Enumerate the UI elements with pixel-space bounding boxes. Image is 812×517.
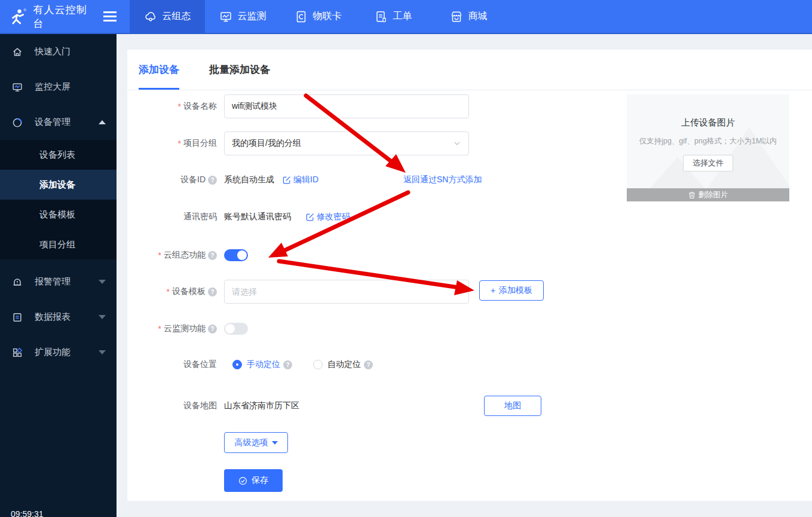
sidebar-item-device-list[interactable]: 设备列表 bbox=[0, 140, 117, 170]
delete-image-button[interactable]: 删除图片 bbox=[627, 188, 789, 201]
form-row-project-group: * 项目分组 我的项目/我的分组 bbox=[127, 131, 469, 155]
sidebar: 快速入门 监控大屏 设备管理 设备列表 添加设备 设备模板 项目分组 报警管 bbox=[0, 34, 117, 517]
nav-label: 云监测 bbox=[238, 10, 266, 23]
extensions-grid-icon bbox=[12, 347, 23, 358]
tabbar: 添加设备 批量添加设备 bbox=[127, 50, 812, 90]
sidebar-label: 数据报表 bbox=[35, 311, 71, 323]
help-icon[interactable]: ? bbox=[364, 360, 373, 369]
required-asterisk: * bbox=[178, 102, 181, 111]
nav-item-cloud-monitor[interactable]: 云监测 bbox=[205, 0, 280, 33]
upload-title: 上传设备图片 bbox=[627, 117, 789, 129]
nav-label: 物联卡 bbox=[313, 10, 342, 23]
required-asterisk: * bbox=[178, 139, 181, 148]
nav-label: 商城 bbox=[468, 10, 488, 23]
help-icon[interactable]: ? bbox=[283, 360, 292, 369]
chevron-down-icon bbox=[99, 315, 106, 319]
monitor-toggle[interactable] bbox=[224, 323, 248, 335]
save-button[interactable]: 保存 bbox=[224, 469, 283, 492]
sidebar-item-data-report[interactable]: 数据报表 bbox=[0, 299, 117, 335]
sidebar-item-project-group[interactable]: 项目分组 bbox=[0, 230, 117, 259]
menu-icon[interactable] bbox=[103, 16, 117, 17]
sidebar-item-big-screen[interactable]: 监控大屏 bbox=[0, 69, 117, 105]
help-icon[interactable]: ? bbox=[208, 176, 217, 185]
nav-item-work-order[interactable]: 工单 bbox=[356, 0, 431, 33]
radio-manual-location[interactable] bbox=[232, 360, 242, 369]
chevron-up-icon bbox=[99, 120, 106, 124]
nav-item-mall[interactable]: 商城 bbox=[431, 0, 506, 33]
mall-icon bbox=[450, 10, 463, 23]
form-row-device-map: 设备地图 山东省济南市历下区 bbox=[127, 400, 299, 412]
upload-hint: 仅支持jpg、gif、png格式；大小为1M以内 bbox=[627, 136, 789, 146]
chevron-down-icon bbox=[453, 139, 461, 148]
sidebar-label: 设备管理 bbox=[35, 117, 71, 128]
chevron-down-icon bbox=[99, 350, 106, 354]
form-row-device-id: 设备ID ? 系统自动生成 编辑ID 返回通过SN方式添加 bbox=[127, 174, 482, 186]
device-id-label: 设备ID ? bbox=[127, 175, 217, 185]
project-group-label: * 项目分组 bbox=[127, 138, 217, 149]
chevron-down-icon bbox=[99, 280, 106, 284]
help-icon[interactable]: ? bbox=[208, 325, 217, 334]
project-group-select[interactable]: 我的项目/我的分组 bbox=[224, 131, 469, 155]
manual-location-label[interactable]: 手动定位 bbox=[247, 359, 280, 370]
map-button[interactable]: 地图 bbox=[484, 396, 541, 416]
form-row-device-location: 设备位置 手动定位 ? 自动定位 ? bbox=[127, 358, 373, 371]
sidebar-item-extensions[interactable]: 扩展功能 bbox=[0, 335, 117, 370]
device-manage-submenu: 设备列表 添加设备 设备模板 项目分组 bbox=[0, 140, 117, 259]
cloud-monitor-icon bbox=[219, 10, 232, 23]
chevron-down-icon bbox=[272, 441, 278, 445]
tab-batch-add-device[interactable]: 批量添加设备 bbox=[209, 50, 270, 90]
form-row-monitor-switch: * 云监测功能 ? bbox=[127, 322, 248, 335]
form-row-device-name: * 设备名称 bbox=[127, 94, 469, 118]
work-order-icon bbox=[375, 10, 388, 23]
help-icon[interactable]: ? bbox=[208, 287, 217, 296]
nav-item-iot-card[interactable]: 物联卡 bbox=[280, 0, 356, 33]
brand-title: 有人云控制台 bbox=[33, 3, 96, 30]
comm-password-value: 账号默认通讯密码 bbox=[224, 212, 291, 222]
form-row-comm-password: 通讯密码 账号默认通讯密码 修改密码 bbox=[127, 211, 350, 223]
radio-auto-location[interactable] bbox=[313, 360, 323, 369]
big-screen-icon bbox=[12, 82, 23, 93]
device-name-input[interactable] bbox=[224, 94, 469, 118]
report-icon bbox=[12, 312, 23, 323]
advanced-options-button[interactable]: 高级选项 bbox=[224, 432, 288, 453]
edit-icon bbox=[283, 176, 291, 184]
sidebar-label: 报警管理 bbox=[35, 276, 71, 287]
device-id-value: 系统自动生成 bbox=[224, 175, 274, 185]
cloud-scada-icon bbox=[144, 10, 157, 23]
brand[interactable]: 有人云控制台 bbox=[0, 0, 117, 33]
sidebar-item-device-template[interactable]: 设备模板 bbox=[0, 200, 117, 230]
choose-file-button[interactable]: 选择文件 bbox=[683, 155, 733, 172]
form-row-device-template: * 设备模板 ? bbox=[127, 280, 469, 304]
change-password-link[interactable]: 修改密码 bbox=[306, 212, 350, 222]
clock: 09:59:31 bbox=[11, 509, 44, 517]
home-icon bbox=[12, 47, 23, 57]
back-to-sn-link[interactable]: 返回通过SN方式添加 bbox=[403, 175, 482, 185]
auto-location-label[interactable]: 自动定位 bbox=[327, 359, 361, 370]
device-map-label: 设备地图 bbox=[127, 400, 217, 411]
top-nav: 云组态 云监测 物联卡 工单 bbox=[130, 0, 506, 33]
sidebar-label: 快速入门 bbox=[35, 46, 71, 57]
project-group-value: 我的项目/我的分组 bbox=[232, 138, 301, 149]
nav-item-cloud-scada[interactable]: 云组态 bbox=[130, 0, 205, 33]
help-icon[interactable]: ? bbox=[208, 251, 217, 260]
device-location-label: 设备位置 bbox=[127, 359, 217, 370]
device-template-label: * 设备模板 ? bbox=[127, 286, 217, 297]
sidebar-label: 扩展功能 bbox=[35, 347, 71, 358]
nav-label: 云组态 bbox=[163, 10, 191, 23]
device-map-value: 山东省济南市历下区 bbox=[224, 400, 299, 411]
edit-id-link[interactable]: 编辑ID bbox=[283, 175, 318, 185]
check-circle-icon bbox=[238, 476, 247, 485]
monitor-switch-label: * 云监测功能 ? bbox=[127, 323, 217, 334]
device-manage-icon bbox=[12, 117, 23, 128]
sidebar-item-add-device[interactable]: 添加设备 bbox=[0, 170, 117, 200]
tab-add-device[interactable]: 添加设备 bbox=[139, 50, 179, 90]
sidebar-item-alarm-manage[interactable]: 报警管理 bbox=[0, 264, 117, 299]
iot-card-icon bbox=[295, 10, 308, 23]
device-template-input[interactable] bbox=[224, 280, 469, 304]
form-row-scada-switch: * 云组态功能 ? bbox=[127, 249, 248, 262]
sidebar-item-device-manage[interactable]: 设备管理 bbox=[0, 105, 117, 140]
comm-password-label: 通讯密码 bbox=[127, 212, 217, 222]
sidebar-item-quick-start[interactable]: 快速入门 bbox=[0, 34, 117, 69]
add-template-button[interactable]: + 添加模板 bbox=[479, 280, 544, 301]
scada-toggle[interactable] bbox=[224, 249, 248, 261]
